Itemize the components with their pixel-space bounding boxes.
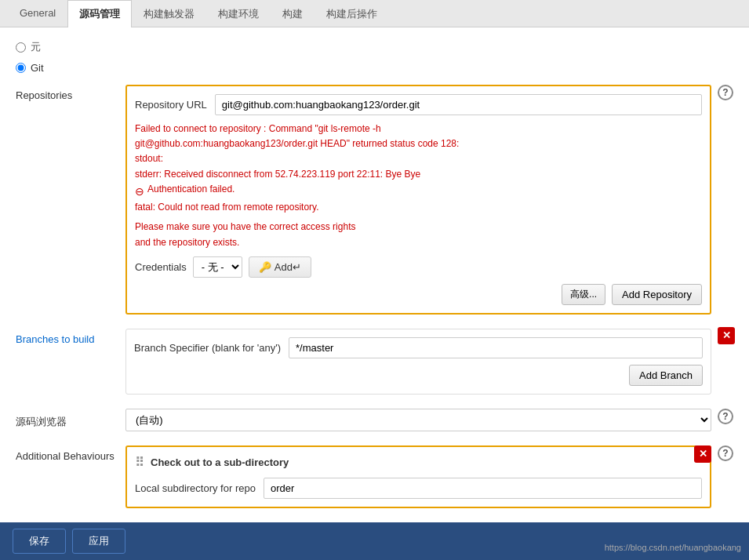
error-auth-row: ⊖ Authentication failed. [135, 182, 702, 200]
error-line6: fatal: Could not read from remote reposi… [135, 200, 702, 215]
add-repository-button[interactable]: Add Repository [612, 284, 702, 305]
remove-branch-button[interactable]: ✕ [718, 327, 735, 344]
git-label: Git [31, 62, 44, 74]
add-cred-label: Add↵ [275, 261, 301, 273]
additional-help-icon[interactable]: ? [718, 445, 733, 461]
branches-content: ✕ Branch Specifier (blank for 'any') Add… [125, 329, 733, 395]
error-line5: Authentication failed. [147, 182, 235, 197]
branches-box: ✕ Branch Specifier (blank for 'any') Add… [125, 329, 711, 395]
repo-btn-row: 高级... Add Repository [135, 284, 702, 305]
branch-spec-label: Branch Specifier (blank for 'any') [134, 342, 281, 354]
repo-url-row: Repository URL [135, 94, 702, 115]
source-browser-help-icon[interactable]: ? [718, 409, 733, 424]
error-circle-icon: ⊖ [135, 183, 144, 200]
git-radio[interactable] [16, 63, 26, 73]
remove-additional-button[interactable]: ✕ [694, 445, 711, 463]
source-browser-select[interactable]: (自动) [125, 409, 711, 431]
repositories-label: Repositories [16, 85, 125, 315]
local-sub-input[interactable] [264, 478, 702, 499]
additional-label: Additional Behaviours [16, 445, 125, 508]
git-radio-section: Git [16, 62, 733, 74]
tab-bar: General 源码管理 构建触发器 构建环境 构建 构建后操作 [0, 0, 749, 27]
branches-label: Branches to build [16, 329, 125, 395]
tab-build-env[interactable]: 构建环境 [206, 0, 271, 27]
none-label: 元 [31, 40, 41, 54]
local-sub-label: Local subdirectory for repo [135, 482, 256, 494]
add-branch-button[interactable]: Add Branch [629, 365, 703, 386]
tab-general[interactable]: General [8, 0, 67, 27]
error-block: Failed to connect to repository : Comman… [135, 122, 702, 250]
local-sub-row: Local subdirectory for repo [135, 478, 702, 499]
error-line9: and the repository exists. [135, 235, 702, 250]
error-line1: Failed to connect to repository : Comman… [135, 122, 702, 136]
main-content: 元 Git Repositories Repository URL F [0, 27, 749, 558]
tab-build-triggers[interactable]: 构建触发器 [132, 0, 206, 27]
additional-content: ✕ ⠿ Check out to a sub-directory Local s… [125, 445, 733, 508]
add-branch-row: Add Branch [134, 365, 703, 386]
tab-source-management[interactable]: 源码管理 [67, 0, 132, 27]
additional-box: ✕ ⠿ Check out to a sub-directory Local s… [125, 445, 711, 508]
error-line8: Please make sure you have the correct ac… [135, 220, 702, 235]
error-line4: stderr: Received disconnect from 52.74.2… [135, 167, 702, 182]
repo-url-input[interactable] [215, 94, 702, 115]
checkout-header-text: Check out to a sub-directory [151, 456, 289, 468]
advanced-button[interactable]: 高级... [562, 284, 605, 305]
none-radio-label[interactable]: 元 [16, 40, 733, 54]
key-icon: 🔑 [259, 261, 271, 273]
add-credentials-button[interactable]: 🔑 Add↵ [249, 256, 311, 278]
error-line3: stdout: [135, 151, 702, 166]
branch-spec-row: Branch Specifier (blank for 'any') [134, 337, 703, 358]
repositories-help-icon[interactable]: ? [718, 85, 733, 100]
additional-behaviours-section: Additional Behaviours ✕ ⠿ Check out to a… [16, 445, 733, 508]
repo-url-label: Repository URL [135, 99, 207, 111]
tab-build[interactable]: 构建 [271, 0, 315, 27]
git-radio-label[interactable]: Git [16, 62, 44, 74]
source-browser-section: 源码浏览器 (自动) ? [16, 409, 733, 431]
repositories-section: Repositories Repository URL Failed to co… [16, 85, 733, 315]
watermark: https://blog.csdn.net/huangbaokang [605, 543, 741, 552]
source-browser-content: (自动) ? [125, 409, 733, 431]
branches-section: Branches to build ✕ Branch Specifier (bl… [16, 329, 733, 395]
tab-post-build[interactable]: 构建后操作 [315, 0, 389, 27]
apply-button[interactable]: 应用 [72, 529, 125, 554]
error-line2: git@github.com:huangbaokang123/order.git… [135, 136, 702, 151]
none-radio[interactable] [16, 42, 26, 53]
drag-handle-icon[interactable]: ⠿ [135, 455, 144, 470]
bottom-bar: 保存 应用 [0, 522, 749, 558]
checkout-header: ⠿ Check out to a sub-directory [135, 455, 702, 470]
branch-spec-input[interactable] [289, 337, 703, 358]
repositories-content: Repository URL Failed to connect to repo… [125, 85, 733, 315]
none-radio-section: 元 [16, 40, 733, 54]
credentials-label: Credentials [135, 261, 187, 273]
source-browser-label: 源码浏览器 [16, 410, 125, 429]
credentials-row: Credentials - 无 - 🔑 Add↵ [135, 256, 702, 278]
repo-box: Repository URL Failed to connect to repo… [125, 85, 711, 315]
repo-form-content: Repository URL Failed to connect to repo… [125, 85, 711, 315]
save-button[interactable]: 保存 [13, 529, 66, 554]
credentials-select[interactable]: - 无 - [193, 256, 242, 278]
